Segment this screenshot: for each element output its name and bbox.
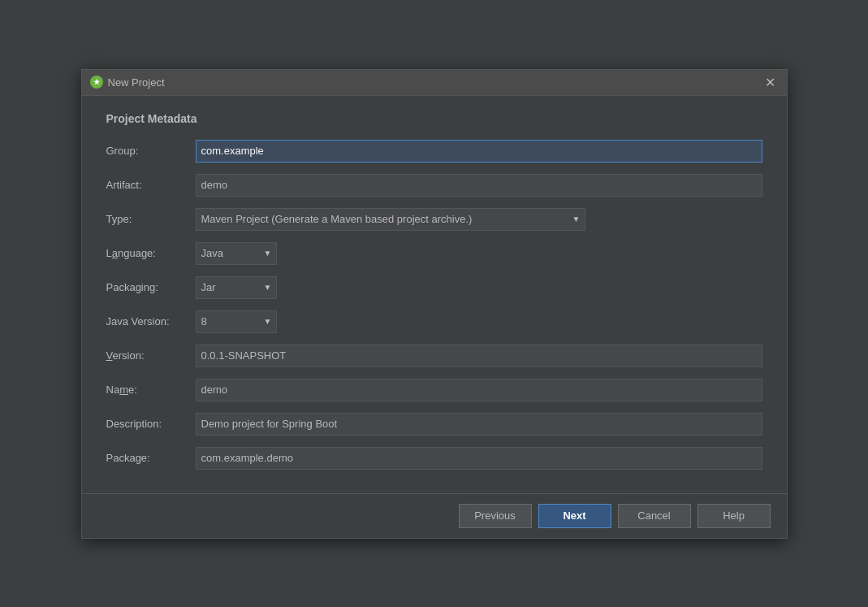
version-input[interactable]	[196, 345, 762, 367]
java-version-select-wrapper: 8 11 17 21 ▼	[196, 310, 277, 333]
new-project-dialog: ★ New Project ✕ Project Metadata Group: …	[81, 69, 788, 539]
section-title: Project Metadata	[106, 112, 762, 125]
packaging-row: Packaging: Jar War ▼	[106, 276, 762, 299]
artifact-input[interactable]	[196, 174, 762, 197]
packaging-select-wrapper: Jar War ▼	[196, 276, 277, 299]
title-bar: ★ New Project ✕	[82, 70, 787, 96]
type-select-wrapper: Maven Project (Generate a Maven based pr…	[196, 208, 585, 231]
packaging-label: Packaging:	[106, 281, 196, 293]
artifact-row: Artifact:	[106, 174, 762, 197]
description-input[interactable]	[196, 413, 762, 436]
group-label: Group:	[106, 145, 196, 157]
language-label: Language:	[106, 247, 196, 259]
language-select[interactable]: Java Kotlin Groovy	[196, 242, 277, 265]
java-version-row: Java Version: 8 11 17 21 ▼	[106, 310, 762, 333]
previous-button[interactable]: Previous	[459, 504, 532, 528]
version-row: Version:	[106, 345, 762, 367]
package-row: Package:	[106, 447, 762, 470]
help-button[interactable]: Help	[697, 504, 771, 528]
type-label: Type:	[106, 213, 196, 225]
version-label: Version:	[106, 349, 196, 362]
java-version-select[interactable]: 8 11 17 21	[196, 310, 277, 333]
dialog-title: New Project	[108, 76, 165, 89]
language-select-wrapper: Java Kotlin Groovy ▼	[196, 242, 277, 265]
description-label: Description:	[106, 418, 196, 430]
group-input[interactable]	[196, 140, 762, 163]
type-select[interactable]: Maven Project (Generate a Maven based pr…	[196, 208, 585, 231]
artifact-label: Artifact:	[106, 179, 196, 191]
type-row: Type: Maven Project (Generate a Maven ba…	[106, 208, 762, 231]
description-row: Description:	[106, 413, 762, 436]
close-button[interactable]: ✕	[762, 74, 779, 90]
name-input[interactable]	[196, 379, 762, 401]
language-row: Language: Java Kotlin Groovy ▼	[106, 242, 762, 265]
packaging-select[interactable]: Jar War	[196, 276, 277, 299]
package-input[interactable]	[196, 447, 762, 470]
dialog-footer: Previous Next Cancel Help	[82, 493, 787, 538]
package-label: Package:	[106, 452, 196, 464]
next-button[interactable]: Next	[538, 504, 611, 528]
form-content: Project Metadata Group: Artifact: Type: …	[82, 96, 787, 493]
java-version-label: Java Version:	[106, 315, 196, 327]
cancel-button[interactable]: Cancel	[618, 504, 691, 528]
group-row: Group:	[106, 140, 762, 163]
title-bar-left: ★ New Project	[90, 76, 165, 89]
name-label: Name:	[106, 384, 196, 396]
name-row: Name:	[106, 379, 762, 401]
app-icon: ★	[90, 76, 103, 89]
